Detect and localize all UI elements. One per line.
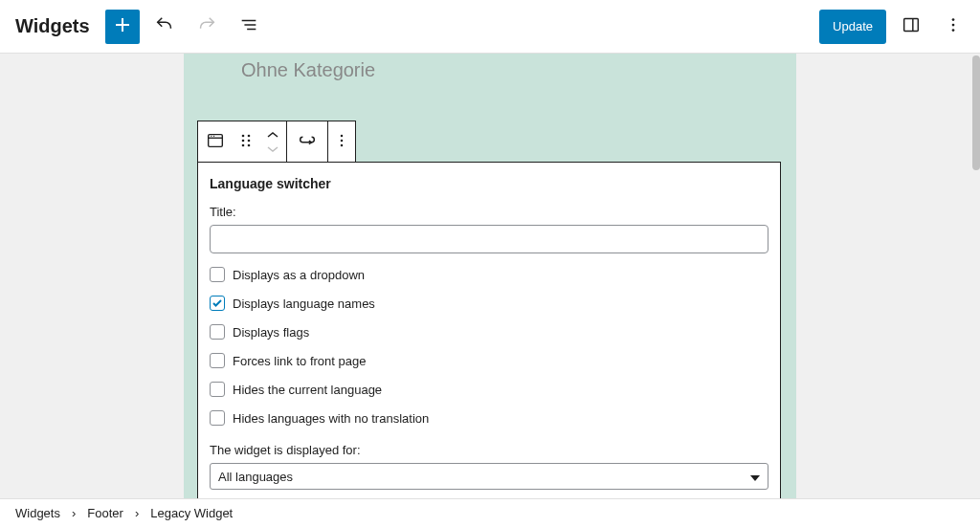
update-button[interactable]: Update [819, 10, 886, 44]
checkbox[interactable] [210, 410, 225, 426]
svg-point-8 [248, 139, 251, 142]
page-title: Widgets [15, 15, 90, 37]
more-options-button[interactable] [936, 10, 970, 44]
sidebar-icon [901, 14, 922, 38]
widget-heading: Language switcher [210, 176, 768, 191]
drag-handle[interactable] [233, 121, 259, 162]
checkbox-row[interactable]: Displays flags [210, 324, 768, 340]
redo-icon [196, 14, 217, 38]
checkbox[interactable] [210, 296, 225, 311]
svg-point-11 [341, 134, 344, 137]
editor-top-bar: Widgets Update [0, 0, 980, 54]
settings-sidebar-toggle[interactable] [894, 10, 928, 44]
block-toolbar [197, 121, 356, 163]
chevron-down-icon [266, 142, 279, 156]
svg-point-13 [341, 143, 344, 146]
svg-point-1 [952, 18, 955, 21]
checkbox-label: Hides the current language [233, 383, 382, 397]
editor-canvas: Ohne Kategorie [0, 54, 980, 498]
drag-icon [238, 131, 254, 153]
plus-icon [111, 13, 134, 39]
svg-point-7 [242, 139, 245, 142]
svg-point-3 [952, 29, 955, 32]
breadcrumb-root[interactable]: Widgets [15, 506, 60, 520]
checkbox-row[interactable]: Hides the current language [210, 382, 768, 397]
checkbox[interactable] [210, 324, 225, 340]
title-input[interactable] [210, 225, 768, 253]
more-vertical-icon [943, 14, 964, 38]
svg-point-10 [248, 143, 251, 146]
move-up-down-button[interactable] [259, 121, 286, 162]
chevron-right-icon: › [135, 506, 139, 520]
checkbox-row[interactable]: Displays as a dropdown [210, 267, 768, 282]
more-vertical-icon [332, 131, 351, 153]
list-view-icon [238, 14, 259, 38]
svg-point-2 [952, 24, 955, 27]
legacy-widget-block[interactable]: Language switcher Title: Displays as a d… [197, 162, 781, 498]
undo-icon [154, 14, 175, 38]
scrollbar-thumb[interactable] [972, 55, 980, 170]
display-for-label: The widget is displayed for: [210, 443, 768, 457]
add-block-button[interactable] [105, 10, 140, 44]
block-breadcrumb: Widgets › Footer › Legacy Widget [0, 498, 980, 527]
breadcrumb-area[interactable]: Footer [87, 506, 123, 520]
select-value: All languages [218, 470, 293, 484]
scrollbar[interactable] [972, 54, 980, 498]
breadcrumb-block[interactable]: Legacy Widget [150, 506, 233, 520]
list-view-button[interactable] [232, 10, 266, 44]
svg-point-5 [242, 134, 245, 137]
chevron-up-icon [266, 127, 279, 142]
checkbox-label: Displays language names [233, 296, 375, 311]
checkbox[interactable] [210, 382, 225, 397]
svg-point-6 [248, 134, 251, 137]
checkbox[interactable] [210, 267, 225, 282]
svg-rect-0 [904, 19, 919, 32]
block-more-options-button[interactable] [328, 121, 355, 162]
block-type-button[interactable] [198, 121, 233, 162]
move-to-widget-area-button[interactable] [287, 121, 327, 162]
svg-point-12 [341, 139, 344, 142]
checkbox-label: Displays flags [233, 325, 309, 340]
chevron-right-icon: › [72, 506, 76, 520]
redo-button[interactable] [189, 10, 224, 44]
title-label: Title: [210, 205, 768, 219]
svg-rect-4 [209, 134, 223, 146]
checkbox-label: Forces link to front page [233, 354, 366, 368]
caret-down-icon [750, 470, 760, 484]
checkbox-row[interactable]: Displays language names [210, 296, 768, 311]
checkbox-label: Hides languages with no translation [233, 411, 429, 426]
checkbox-row[interactable]: Forces link to front page [210, 353, 768, 368]
previous-block-heading: Ohne Kategorie [184, 54, 796, 81]
display-for-select[interactable]: All languages [210, 463, 768, 490]
undo-button[interactable] [147, 10, 182, 44]
checkbox[interactable] [210, 353, 225, 368]
legacy-widget-icon [205, 130, 226, 154]
move-to-icon [297, 130, 318, 154]
checkbox-label: Displays as a dropdown [233, 268, 365, 282]
checkbox-row[interactable]: Hides languages with no translation [210, 410, 768, 426]
svg-point-9 [242, 143, 245, 146]
